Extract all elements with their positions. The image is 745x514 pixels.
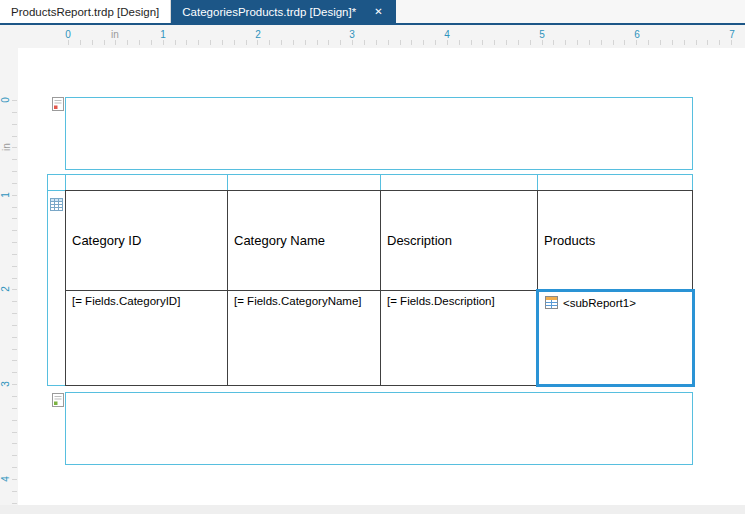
close-tab-icon[interactable]: ✕	[372, 6, 384, 18]
ruler-mark-3: 3	[349, 29, 355, 40]
vertical-ruler: 0 in 1 2 3 4	[0, 48, 18, 514]
table-row-selector[interactable]	[47, 190, 66, 386]
ruler-mark-4: 4	[444, 29, 450, 40]
table-detail-cell-category-id[interactable]: [= Fields.CategoryID]	[65, 290, 227, 385]
table-column-selector-2[interactable]	[227, 174, 381, 191]
tab-label: CategoriesProducts.trdp [Design]*	[182, 6, 356, 18]
ruler-unit-label-v: in	[1, 143, 12, 151]
subreport-icon	[545, 296, 558, 309]
ruler-mark-5: 5	[539, 29, 545, 40]
header-cell-text: Category ID	[72, 233, 141, 248]
table-detail-cell-description[interactable]: [= Fields.Description]	[380, 290, 537, 385]
ruler-mark-4v: 4	[0, 476, 11, 482]
ruler-unit-label: in	[111, 29, 119, 40]
ruler-mark-3v: 3	[0, 381, 11, 387]
table-column-selector-1[interactable]	[65, 174, 228, 191]
page-footer-icon[interactable]	[52, 393, 64, 407]
ruler-mark-7: 7	[729, 29, 735, 40]
table-corner-selector[interactable]	[47, 174, 66, 191]
page-footer-section[interactable]	[65, 392, 693, 465]
ruler-mark-1v: 1	[0, 192, 11, 198]
tab-products-report[interactable]: ProductsReport.trdp [Design]	[0, 0, 171, 23]
header-cell-text: Description	[387, 233, 452, 248]
table-header-cell-description[interactable]: Description	[380, 190, 537, 290]
ruler-mark-6: 6	[634, 29, 640, 40]
table-icon[interactable]	[50, 198, 63, 211]
ruler-mark-2: 2	[255, 29, 261, 40]
ruler-mark-0: 0	[65, 29, 71, 40]
bottom-margin	[0, 505, 745, 514]
header-cell-text: Products	[544, 233, 595, 248]
design-surface[interactable]: Category ID Category Name Description Pr…	[18, 48, 745, 514]
horizontal-ruler-ticks	[68, 40, 738, 45]
tab-categories-products[interactable]: CategoriesProducts.trdp [Design]* ✕	[171, 0, 395, 23]
table-column-selector-3[interactable]	[380, 174, 538, 191]
field-expression: [= Fields.Description]	[387, 295, 495, 307]
document-tab-strip: ProductsReport.trdp [Design] CategoriesP…	[0, 0, 745, 25]
ruler-mark-2v: 2	[0, 286, 11, 292]
table-header-cell-products[interactable]: Products	[537, 190, 692, 290]
field-expression: [= Fields.CategoryName]	[234, 295, 362, 307]
page-header-icon[interactable]	[52, 97, 64, 111]
report-designer-window: ProductsReport.trdp [Design] CategoriesP…	[0, 0, 745, 514]
subreport-selected-cell[interactable]: <subReport1>	[536, 289, 695, 387]
header-cell-text: Category Name	[234, 233, 325, 248]
table-column-selector-4[interactable]	[537, 174, 693, 191]
vertical-ruler-ticks	[12, 100, 17, 512]
subreport-label: <subReport1>	[563, 296, 636, 309]
tab-label: ProductsReport.trdp [Design]	[11, 6, 159, 18]
table-header-cell-category-name[interactable]: Category Name	[227, 190, 380, 290]
ruler-mark-0v: 0	[0, 97, 11, 103]
horizontal-ruler: 0 in 1 2 3 4 5 6 7	[0, 25, 745, 48]
table-header-cell-category-id[interactable]: Category ID	[65, 190, 227, 290]
page-header-section[interactable]	[65, 97, 693, 170]
ruler-mark-1: 1	[160, 29, 166, 40]
table-detail-cell-category-name[interactable]: [= Fields.CategoryName]	[227, 290, 380, 385]
field-expression: [= Fields.CategoryID]	[72, 295, 180, 307]
